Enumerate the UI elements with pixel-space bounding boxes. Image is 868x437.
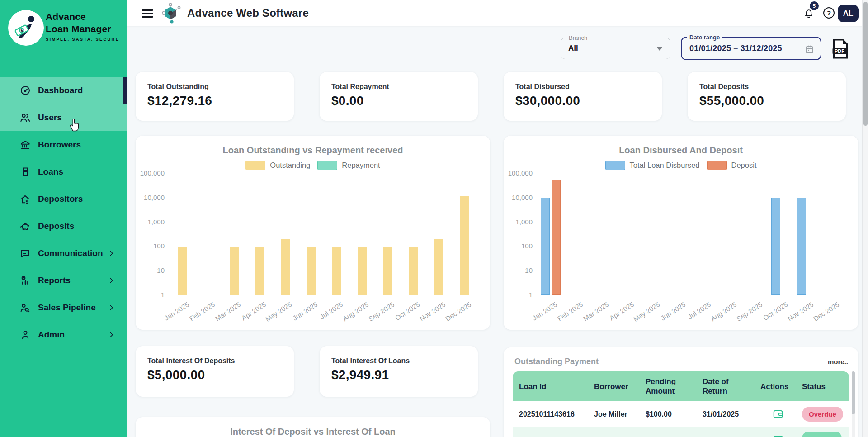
table-row[interactable] <box>513 427 849 437</box>
x-axis-label: Jun 2025 <box>291 300 319 322</box>
sidebar-item-users[interactable]: Users <box>0 104 127 131</box>
chevron-right-icon <box>108 250 115 257</box>
cell-pending-amount: $100.00 <box>639 409 696 419</box>
sidebar-item-depositors[interactable]: $Depositors <box>0 185 127 213</box>
y-axis-tick: 100 <box>136 242 165 250</box>
calendar-icon <box>805 44 814 54</box>
stat-card-total-deposits: Total Deposits$55,000.00 <box>688 72 846 121</box>
date-range-value: 01/01/2025 – 31/12/2025 <box>689 38 782 59</box>
x-axis-label: Apr 2025 <box>608 300 635 322</box>
chart-title: Interest Of Deposit vs Interest Of Loan <box>136 427 490 437</box>
y-axis-tick: 10 <box>136 266 165 274</box>
x-axis-label: Mar 2025 <box>214 300 242 323</box>
card-label: Total Interest Of Loans <box>331 357 410 365</box>
bar-outstanding-may-2025 <box>281 239 290 295</box>
sidebar-item-reports[interactable]: Reports <box>0 267 127 294</box>
x-axis-label: May 2025 <box>632 300 661 323</box>
sales-pipeline-icon <box>19 302 31 314</box>
wallet-action-icon[interactable] <box>754 433 796 437</box>
x-axis-line <box>170 295 477 295</box>
sidebar-item-admin[interactable]: Admin <box>0 321 127 348</box>
svg-text:PDF: PDF <box>835 48 844 54</box>
bar-outstanding-aug-2025 <box>358 247 367 295</box>
interest-card-total-interest-of-loans: Total Interest Of Loans$2,949.91 <box>320 346 478 397</box>
chevron-right-icon <box>108 277 115 284</box>
x-axis-label: Sep 2025 <box>367 300 396 323</box>
chart-title: Loan Outstanding vs Repayment received <box>136 145 490 156</box>
chart-legend: OutstandingRepayment <box>136 161 490 170</box>
cell-borrower: Joe Miller <box>588 409 639 419</box>
chart-disbursed-and-deposit: Loan Disbursed And DepositTotal Loan Dis… <box>504 136 858 330</box>
bar-total-loan-disbursed-jan-2025 <box>541 198 550 295</box>
more-link[interactable]: more.. <box>828 358 848 366</box>
legend-swatch <box>605 161 625 170</box>
chat-icon <box>19 248 31 259</box>
report-icon <box>19 275 31 286</box>
legend-swatch <box>245 161 265 170</box>
bar-outstanding-apr-2025 <box>255 247 264 295</box>
y-axis-line <box>170 173 170 295</box>
card-value: $55,000.00 <box>699 94 764 108</box>
x-axis-label: Apr 2025 <box>240 300 267 322</box>
legend-swatch <box>707 161 727 170</box>
sidebar-item-borrowers[interactable]: Borrowers <box>0 131 127 158</box>
y-axis-tick: 100,000 <box>504 169 533 177</box>
y-axis-tick: 1 <box>504 291 533 299</box>
legend-item-deposit[interactable]: Deposit <box>707 161 757 170</box>
y-axis-tick: 1 <box>136 291 165 299</box>
export-pdf-button[interactable]: PDF <box>832 39 849 59</box>
sidebar-item-dashboard[interactable]: Dashboard <box>0 77 127 104</box>
menu-toggle-button[interactable] <box>142 9 153 18</box>
card-value: $2,949.91 <box>331 368 389 382</box>
notification-count-badge: 5 <box>810 1 819 10</box>
x-axis-label: Jun 2025 <box>659 300 687 322</box>
y-axis-tick: 100,000 <box>136 169 165 177</box>
wallet-action-icon[interactable] <box>754 408 796 420</box>
x-axis-label: Jul 2025 <box>319 300 344 321</box>
x-axis-label: Nov 2025 <box>786 300 815 323</box>
x-axis-label: Dec 2025 <box>812 300 840 323</box>
bank-icon <box>19 139 31 151</box>
piggy-bank-icon <box>19 221 31 232</box>
bar-outstanding-oct-2025 <box>409 247 418 295</box>
card-label: Total Outstanding <box>147 83 209 91</box>
question-icon: ? <box>827 9 831 17</box>
chart-outstanding-vs-repayment: Loan Outstanding vs Repayment receivedOu… <box>136 136 490 330</box>
date-range-input[interactable]: Date range 01/01/2025 – 31/12/2025 <box>681 37 821 60</box>
chevron-right-icon <box>108 304 115 311</box>
table-header-row: Loan IdBorrowerPending AmountDate of Ret… <box>513 371 849 401</box>
x-axis-line <box>538 295 845 295</box>
sidebar-item-communication[interactable]: Communication <box>0 240 127 267</box>
interest-card-total-interest-of-deposits: Total Interest Of Deposits$5,000.00 <box>136 346 294 397</box>
branch-select[interactable]: Branch All <box>561 38 670 59</box>
x-axis-label: Aug 2025 <box>709 300 738 323</box>
card-label: Total Interest Of Deposits <box>147 357 235 365</box>
sidebar-nav: DashboardUsersBorrowersLoans$DepositorsD… <box>0 77 127 348</box>
page-scrollbar[interactable] <box>862 0 868 437</box>
table-row[interactable]: 20251011143616Joe Miller$100.0031/01/202… <box>513 401 849 427</box>
x-axis-label: Nov 2025 <box>418 300 447 323</box>
legend-item-total-loan-disbursed[interactable]: Total Loan Disbursed <box>605 161 700 170</box>
legend-item-outstanding[interactable]: Outstanding <box>245 161 310 170</box>
svg-text:$: $ <box>26 199 28 204</box>
card-value: $0.00 <box>331 94 364 108</box>
bar-total-loan-disbursed-oct-2025 <box>771 198 780 295</box>
house-dollar-icon: $ <box>19 194 31 205</box>
status-badge: Overdue <box>802 407 843 422</box>
bar-total-loan-disbursed-nov-2025 <box>797 198 806 295</box>
sidebar-item-sales-pipeline[interactable]: Sales Pipeline <box>0 294 127 321</box>
y-axis-tick: 1,000 <box>504 218 533 226</box>
card-label: Total Disbursed <box>515 83 570 91</box>
avatar[interactable]: AL <box>838 5 859 22</box>
sidebar-item-deposits[interactable]: Deposits <box>0 213 127 240</box>
page-scrollbar-thumb[interactable] <box>863 2 868 126</box>
mouse-cursor <box>68 117 81 133</box>
legend-item-repayment[interactable]: Repayment <box>317 161 380 170</box>
bar-outstanding-mar-2025 <box>230 247 239 295</box>
y-axis-tick: 10 <box>504 266 533 274</box>
stat-card-total-disbursed: Total Disbursed$30,000.00 <box>504 72 662 121</box>
table-scrollbar[interactable] <box>852 371 855 437</box>
help-button[interactable]: ? <box>823 7 835 19</box>
sidebar-item-loans[interactable]: Loans <box>0 158 127 185</box>
topbar: Advance Web Software 5 ? AL <box>127 0 868 26</box>
